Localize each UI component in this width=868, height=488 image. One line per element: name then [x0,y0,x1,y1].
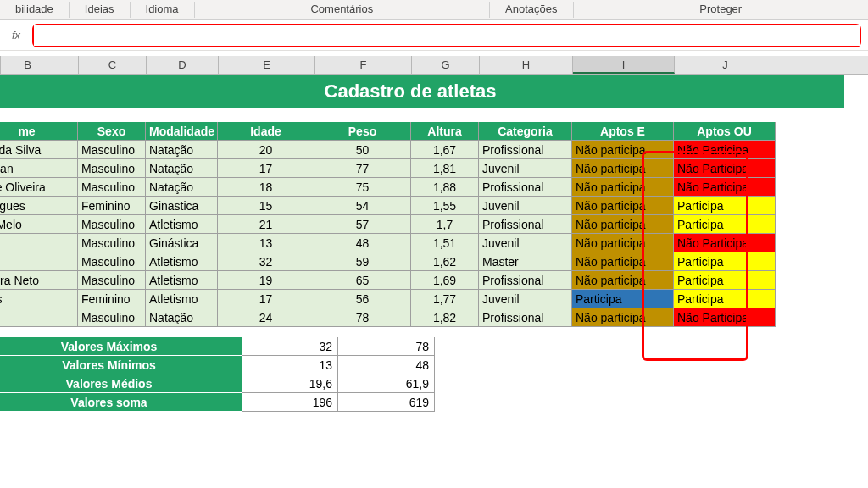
cell-altura[interactable]: 1,67 [411,141,479,159]
cell-altura[interactable]: 1,82 [411,308,479,327]
summary-label[interactable]: Valores Médios [0,374,242,393]
cell-altura[interactable]: 1,55 [411,197,479,215]
cell-altura[interactable]: 1,62 [411,252,479,271]
cell-peso[interactable]: 78 [314,308,411,327]
cell-nome[interactable]: odrigues [0,197,78,215]
cell-idade[interactable]: 24 [218,308,314,327]
cell-sexo[interactable]: Masculino [78,159,146,178]
col-header-E[interactable]: E [219,56,315,74]
summary-peso[interactable]: 48 [338,356,435,374]
col-aptos-ou[interactable]: Aptos OU [674,122,776,141]
col-header-B[interactable]: B [0,56,79,74]
col-header-I[interactable]: I [573,56,675,74]
cell-nome[interactable] [0,308,78,327]
cell-idade[interactable]: 13 [218,234,314,252]
cell-mod[interactable]: Ginástica [146,234,218,252]
cell-idade[interactable]: 32 [218,252,314,271]
cell-aptos-e[interactable]: Não participa [572,178,674,197]
cell-altura[interactable]: 1,69 [411,271,479,290]
col-aptos-e[interactable]: Aptos E [572,122,674,141]
cell-mod[interactable]: Natação [146,308,218,327]
cell-aptos-e[interactable]: Não participa [572,159,674,178]
ribbon-item[interactable]: Ideias [70,0,130,19]
col-header-H[interactable]: H [480,56,573,74]
cell-mod[interactable]: Natação [146,159,218,178]
ribbon-item[interactable]: Comentários [195,0,490,19]
cell-sexo[interactable]: Feminino [78,197,146,215]
cell-aptos-ou[interactable]: Participa [674,290,776,308]
cell-categoria[interactable]: Profissional [479,141,572,159]
cell-mod[interactable]: Natação [146,178,218,197]
cell-idade[interactable]: 21 [218,215,314,234]
cell-nome[interactable]: ela da Silva [0,141,78,159]
cell-sexo[interactable]: Feminino [78,290,146,308]
cell-idade[interactable]: 19 [218,271,314,290]
table-row[interactable]: aMasculinoGinástica13481,51JuvenilNão pa… [0,234,844,252]
summary-label[interactable]: Valores soma [0,393,242,412]
table-row[interactable]: FurlanMasculinoNatação17771,81JuvenilNão… [0,159,844,178]
cell-peso[interactable]: 59 [314,252,411,271]
cell-categoria[interactable]: Master [479,252,572,271]
cell-categoria[interactable]: Profissional [479,215,572,234]
cell-sexo[interactable]: Masculino [78,252,146,271]
cell-categoria[interactable]: Profissional [479,271,572,290]
ribbon-item[interactable]: Idioma [131,0,194,19]
cell-peso[interactable]: 57 [314,215,411,234]
cell-aptos-e[interactable]: Não participa [572,234,674,252]
ribbon-item[interactable]: Proteger [574,0,869,19]
cell-aptos-e[interactable]: Participa [572,290,674,308]
summary-peso[interactable]: 61,9 [338,374,435,393]
col-header-D[interactable]: D [147,56,219,74]
cell-aptos-e[interactable]: Não participa [572,271,674,290]
col-idade[interactable]: Idade [218,122,314,141]
col-nome[interactable]: me [0,122,78,141]
cell-nome[interactable]: liveira Neto [0,271,78,290]
summary-label[interactable]: Valores Mínimos [0,356,242,374]
summary-peso[interactable]: 619 [338,393,435,412]
cell-sexo[interactable]: Masculino [78,308,146,327]
cell-aptos-ou[interactable]: Não Participa [674,308,776,327]
cell-peso[interactable]: 54 [314,197,411,215]
cell-categoria[interactable]: Juvenil [479,290,572,308]
cell-aptos-ou[interactable]: Não Participa [674,178,776,197]
col-header-G[interactable]: G [412,56,480,74]
cell-categoria[interactable]: Juvenil [479,197,572,215]
col-categoria[interactable]: Categoria [479,122,572,141]
table-row[interactable]: MasculinoNatação24781,82ProfissionalNão … [0,308,844,327]
table-row[interactable]: s de OliveiraMasculinoNatação18751,88Pro… [0,178,844,197]
cell-altura[interactable]: 1,88 [411,178,479,197]
col-sexo[interactable]: Sexo [78,122,146,141]
cell-sexo[interactable]: Masculino [78,215,146,234]
cell-mod[interactable]: Atletismo [146,290,218,308]
cell-mod[interactable]: Atletismo [146,252,218,271]
cell-idade[interactable]: 20 [218,141,314,159]
col-peso[interactable]: Peso [314,122,411,141]
cell-idade[interactable]: 17 [218,290,314,308]
cell-idade[interactable]: 15 [218,197,314,215]
cell-sexo[interactable]: Masculino [78,178,146,197]
cell-peso[interactable]: 48 [314,234,411,252]
cell-aptos-ou[interactable]: Participa [674,252,776,271]
table-row[interactable]: ela da SilvaMasculinoNatação20501,67Prof… [0,141,844,159]
col-modalidade[interactable]: Modalidade [146,122,218,141]
cell-peso[interactable]: 56 [314,290,411,308]
cell-categoria[interactable]: Juvenil [479,159,572,178]
cell-aptos-ou[interactable]: Participa [674,271,776,290]
table-row[interactable]: de MeloMasculinoAtletismo21571,7Profissi… [0,215,844,234]
table-row[interactable]: ntosFemininoAtletismo17561,77JuvenilPart… [0,290,844,308]
cell-nome[interactable]: ntos [0,290,78,308]
summary-label[interactable]: Valores Máximos [0,337,242,356]
table-row[interactable]: odriguesFemininoGinastica15541,55Juvenil… [0,197,844,215]
cell-aptos-ou[interactable]: Não Participa [674,141,776,159]
cell-categoria[interactable]: Juvenil [479,234,572,252]
col-header-C[interactable]: C [79,56,147,74]
cell-nome[interactable] [0,252,78,271]
formula-input[interactable] [34,25,860,46]
cell-aptos-e[interactable]: Não participa [572,197,674,215]
ribbon-item[interactable]: bilidade [0,0,69,19]
cell-altura[interactable]: 1,51 [411,234,479,252]
cell-mod[interactable]: Ginastica [146,197,218,215]
cell-sexo[interactable]: Masculino [78,234,146,252]
cell-nome[interactable]: s de Oliveira [0,178,78,197]
cell-peso[interactable]: 77 [314,159,411,178]
